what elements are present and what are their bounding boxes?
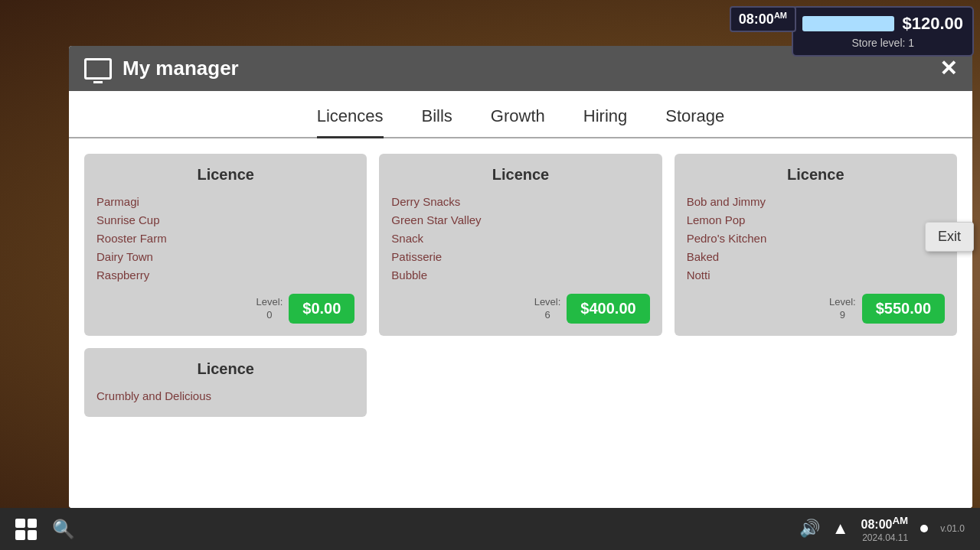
hud-money: $120.00 (902, 14, 963, 34)
hud-progress-bar (802, 16, 894, 31)
exit-tooltip[interactable]: Exit (925, 222, 974, 252)
list-item: Bob and Jimmy (687, 193, 945, 211)
hud-store-level: Store level: 1 (851, 37, 914, 49)
cards-grid: Licence Parmagi Sunrise Cup Rooster Farm… (84, 154, 957, 336)
list-item: Parmagi (96, 193, 354, 211)
manager-window: My manager ✕ Licences Bills Growth Hirin… (69, 46, 972, 508)
taskbar-right: 🔊 ▲ 08:00AM 2024.04.11 v.01.0 (799, 515, 965, 542)
licence-card-2: Licence Derry Snacks Green Star Valley S… (379, 154, 662, 336)
close-button[interactable]: ✕ (939, 58, 957, 80)
card-2-level: Level: 6 (534, 296, 561, 322)
header-left: My manager (84, 57, 239, 80)
licence-card-1: Licence Parmagi Sunrise Cup Rooster Farm… (84, 154, 367, 336)
card-3-price-button[interactable]: $550.00 (862, 294, 945, 324)
tab-licences[interactable]: Licences (317, 106, 384, 137)
card-1-price-button[interactable]: $0.00 (289, 294, 354, 324)
card-3-items: Bob and Jimmy Lemon Pop Pedro's Kitchen … (687, 193, 945, 285)
window-title: My manager (122, 57, 239, 80)
list-item: Raspberry (96, 266, 354, 285)
card-2-price-button[interactable]: $400.00 (567, 294, 649, 324)
tab-growth[interactable]: Growth (491, 106, 545, 137)
search-icon[interactable]: 🔍 (52, 519, 75, 540)
card-1-footer: Level: 0 $0.00 (96, 294, 354, 324)
card-3-level: Level: 9 (829, 296, 856, 322)
wifi-icon: ▲ (832, 519, 849, 539)
tab-navigation: Licences Bills Growth Hiring Storage (69, 91, 972, 138)
taskbar-dot (920, 525, 928, 532)
list-item: Baked (687, 248, 945, 266)
card-3-footer: Level: 9 $550.00 (687, 294, 945, 324)
content-area: Licence Parmagi Sunrise Cup Rooster Farm… (69, 138, 972, 508)
tab-bills[interactable]: Bills (422, 106, 452, 137)
taskbar-version: v.01.0 (940, 523, 965, 534)
card-4-title: Licence (96, 360, 354, 378)
list-item: Derry Snacks (391, 193, 649, 211)
hud-panel: $120.00 Store level: 1 (792, 6, 974, 57)
top-time-display: 08:00AM (730, 6, 796, 32)
list-item: Bubble (391, 266, 649, 285)
card-2-footer: Level: 6 $400.00 (391, 294, 649, 324)
card-1-title: Licence (96, 166, 354, 184)
taskbar-time: 08:00AM 2024.04.11 (861, 515, 909, 542)
list-item: Dairy Town (96, 248, 354, 266)
card-1-level: Level: 0 (256, 296, 283, 322)
card-4-items: Crumbly and Delicious (96, 387, 354, 405)
licence-card-3: Licence Bob and Jimmy Lemon Pop Pedro's … (675, 154, 957, 336)
list-item: Notti (687, 266, 945, 285)
card-2-items: Derry Snacks Green Star Valley Snack Pat… (391, 193, 649, 285)
list-item: Green Star Valley (391, 211, 649, 229)
list-item: Patisserie (391, 248, 649, 266)
card-2-title: Licence (391, 166, 649, 184)
list-item: Sunrise Cup (96, 211, 354, 229)
list-item: Pedro's Kitchen (687, 229, 945, 248)
licence-card-4-partial: Licence Crumbly and Delicious (84, 348, 367, 417)
sound-icon[interactable]: 🔊 (799, 519, 820, 539)
list-item: Crumbly and Delicious (96, 387, 354, 405)
tab-storage[interactable]: Storage (665, 106, 724, 137)
monitor-icon (84, 58, 112, 80)
taskbar-left: 🔍 (15, 519, 75, 540)
list-item: Rooster Farm (96, 229, 354, 248)
card-3-title: Licence (687, 166, 945, 184)
list-item: Snack (391, 229, 649, 248)
tab-hiring[interactable]: Hiring (583, 106, 627, 137)
grid-icon[interactable] (15, 519, 37, 540)
taskbar: 🔍 🔊 ▲ 08:00AM 2024.04.11 v.01.0 (0, 508, 980, 550)
card-1-items: Parmagi Sunrise Cup Rooster Farm Dairy T… (96, 193, 354, 285)
list-item: Lemon Pop (687, 211, 945, 229)
